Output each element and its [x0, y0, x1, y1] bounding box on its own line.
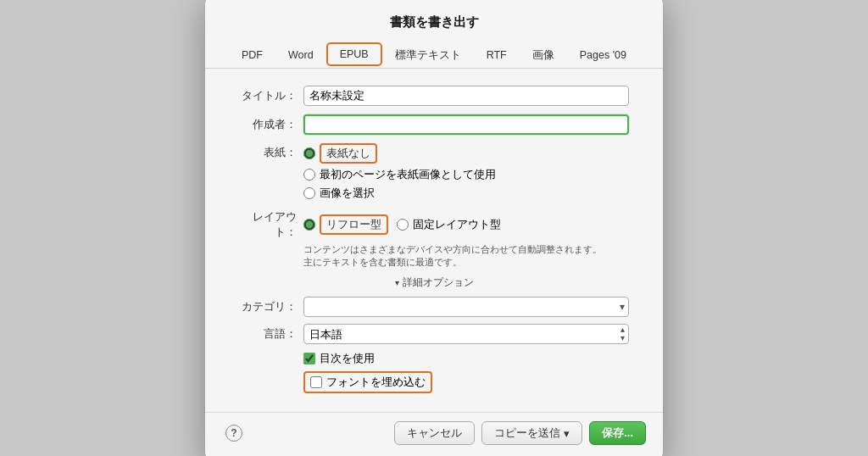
- language-select-wrapper: 日本語 ▴▾: [303, 324, 629, 344]
- language-select[interactable]: 日本語: [303, 324, 629, 344]
- tab-bar: PDF Word EPUB 標準テキスト RTF 画像 Pages '09: [205, 42, 663, 69]
- title-label: タイトル：: [239, 88, 297, 103]
- layout-description: コンテンツはさまざまなデバイスや方向に合わせて自動調整されます。主にテキストを含…: [303, 243, 609, 270]
- cancel-button[interactable]: キャンセル: [394, 421, 475, 445]
- cover-row: 表紙： 表紙なし 最初のページを表紙画像として使用 画像を選択: [239, 143, 629, 201]
- category-select[interactable]: [303, 297, 629, 317]
- embed-fonts-label: フォントを埋め込む: [326, 375, 426, 390]
- copy-chevron-icon: ▾: [564, 427, 570, 440]
- language-label: 言語：: [239, 326, 297, 342]
- toc-label: 目次を使用: [320, 351, 375, 366]
- tab-text[interactable]: 標準テキスト: [382, 43, 474, 68]
- category-label: カテゴリ：: [239, 299, 297, 314]
- cover-option-none[interactable]: 表紙なし: [303, 143, 496, 164]
- help-button[interactable]: ?: [225, 425, 242, 442]
- tab-word[interactable]: Word: [275, 44, 326, 66]
- layout-reflow-label: リフロー型: [320, 214, 388, 235]
- category-select-wrapper: ▾: [303, 297, 629, 317]
- layout-option-fixed[interactable]: 固定レイアウト型: [397, 217, 501, 232]
- toc-checkbox[interactable]: [303, 353, 315, 364]
- author-row: 作成者：: [239, 114, 629, 135]
- toc-row: 目次を使用: [303, 351, 629, 366]
- copy-send-label: コピーを送信: [494, 425, 560, 441]
- footer-actions: キャンセル コピーを送信 ▾ 保存...: [394, 421, 646, 445]
- cover-options: 表紙なし 最初のページを表紙画像として使用 画像を選択: [303, 143, 496, 201]
- footer: ? キャンセル コピーを送信 ▾ 保存...: [205, 412, 663, 448]
- tab-epub[interactable]: EPUB: [326, 42, 382, 66]
- dialog-title: 書類を書き出す: [205, 14, 663, 31]
- title-row: タイトル：: [239, 86, 629, 106]
- tab-image[interactable]: 画像: [520, 43, 567, 68]
- layout-fixed-label: 固定レイアウト型: [413, 217, 501, 232]
- details-toggle-label: 詳細オプション: [403, 275, 474, 290]
- tab-rtf[interactable]: RTF: [474, 44, 520, 66]
- export-dialog: 書類を書き出す PDF Word EPUB 標準テキスト RTF 画像 Page…: [205, 0, 663, 456]
- author-label: 作成者：: [239, 117, 297, 132]
- tab-pdf[interactable]: PDF: [229, 44, 275, 66]
- layout-row: レイアウト： リフロー型 固定レイアウト型: [239, 209, 629, 240]
- cover-label: 表紙：: [239, 143, 297, 160]
- cover-first-label: 最初のページを表紙画像として使用: [320, 167, 496, 182]
- chevron-icon: ▾: [395, 278, 399, 287]
- embed-fonts-highlight: フォントを埋め込む: [303, 371, 432, 393]
- author-input[interactable]: [303, 114, 629, 135]
- layout-option-reflow[interactable]: リフロー型: [303, 214, 388, 235]
- details-toggle[interactable]: ▾ 詳細オプション: [239, 275, 629, 290]
- cover-none-label: 表紙なし: [320, 143, 377, 164]
- language-row: 言語： 日本語 ▴▾: [239, 324, 629, 344]
- cover-option-first[interactable]: 最初のページを表紙画像として使用: [303, 167, 496, 182]
- save-button[interactable]: 保存...: [589, 421, 646, 445]
- category-row: カテゴリ： ▾: [239, 297, 629, 317]
- embed-fonts-checkbox[interactable]: [310, 376, 322, 388]
- cover-option-choose[interactable]: 画像を選択: [303, 186, 496, 201]
- form-area: タイトル： 作成者： 表紙： 表紙なし 最初のページを表紙画像として使用: [205, 82, 663, 406]
- layout-label: レイアウト：: [239, 209, 297, 240]
- cover-choose-label: 画像を選択: [320, 186, 375, 201]
- copy-send-button[interactable]: コピーを送信 ▾: [481, 421, 582, 445]
- tab-pages09[interactable]: Pages '09: [567, 44, 639, 66]
- embed-fonts-row: フォントを埋め込む: [303, 371, 629, 393]
- title-input[interactable]: [303, 86, 629, 106]
